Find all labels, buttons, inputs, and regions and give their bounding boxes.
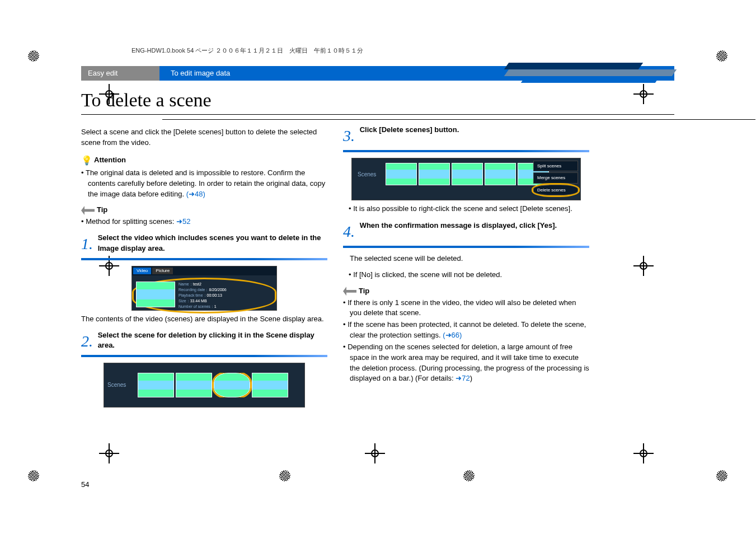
tip-body: Method for splitting scenes: ➜52 (81, 217, 327, 227)
page-number: 54 (81, 480, 89, 489)
step-text: Select the scene for deletion by clickin… (98, 330, 322, 352)
print-mark (28, 470, 39, 481)
step-number: 3. (343, 125, 358, 148)
step3-note: It is also possible to right-click the s… (343, 204, 589, 214)
divider (162, 119, 755, 120)
intro-text: Select a scene and click the [Delete sce… (81, 127, 327, 148)
tip2-item3: Depending on the scenes selected for del… (343, 342, 589, 384)
step-text: When the confirmation message is display… (360, 221, 584, 231)
book-metadata: ENG-HDW1.0.book 54 ページ ２００６年１１月２１日 火曜日 午… (81, 46, 674, 55)
video-info: Name：test2 Recording date：8/20/2006 Play… (179, 282, 273, 310)
step-number: 2. (81, 330, 96, 353)
category-label: Easy edit (81, 66, 159, 81)
step-text: Select the video which includes scenes y… (98, 233, 322, 254)
step-text: Click [Delete scenes] button. (360, 125, 584, 135)
scene-thumb (485, 163, 516, 185)
tip2-item2: If the scene has been protected, it cann… (343, 320, 589, 341)
video-thumbnail (136, 282, 175, 307)
section-header: To edit image data Easy edit (81, 66, 674, 81)
tab-video: Video (133, 268, 151, 274)
tip-heading: Tip (81, 205, 327, 216)
bulb-icon: 💡 (81, 156, 92, 165)
scene-thumb (176, 373, 212, 397)
step-rule (81, 355, 327, 357)
scene-thumb (452, 163, 483, 185)
page-title: To delete a scene (81, 90, 674, 115)
split-scenes-button: Split scenes (533, 161, 578, 172)
attention-body: The original data is deleted and is impo… (81, 168, 327, 200)
step4-note: If [No] is clicked, the scene will not b… (343, 270, 589, 280)
link-66[interactable]: (➜66) (443, 331, 462, 339)
print-mark (716, 50, 727, 62)
scene-thumb-selected (214, 373, 250, 397)
tab-picture: Picture (152, 268, 173, 274)
tip-icon (81, 206, 95, 215)
scene-thumb (252, 373, 288, 397)
step-3: 3. Click [Delete scenes] button. (343, 125, 589, 152)
step-2: 2. Select the scene for deletion by clic… (81, 330, 327, 358)
link-52[interactable]: ➜52 (176, 217, 190, 226)
step-rule (343, 246, 589, 248)
delete-scenes-button: Delete scenes (533, 185, 578, 196)
step4-result: The selected scene will be deleted. (343, 254, 589, 264)
scenes-label: Scenes (358, 171, 376, 179)
merge-scenes-button: Merge scenes (533, 172, 578, 184)
link-72[interactable]: ➜72 (456, 374, 469, 382)
tip2-item1: If there is only 1 scene in the video, t… (343, 298, 589, 319)
scenes-label: Scenes (107, 381, 135, 390)
step1-caption: The contents of the video (scenes) are d… (81, 314, 327, 325)
figure-scene-select: Scenes (104, 363, 305, 407)
step-rule (343, 150, 589, 152)
header-decoration (495, 56, 674, 90)
step-rule (81, 258, 327, 260)
print-mark (28, 50, 39, 62)
attention-heading: 💡Attention (81, 154, 327, 167)
step-4: 4. When the confirmation message is disp… (343, 221, 589, 248)
scene-thumb (419, 163, 450, 185)
tip-icon (343, 287, 356, 296)
tip-heading: Tip (343, 286, 589, 297)
figure-video-list: VideoPicture Name：test2 Recording date：8… (132, 266, 277, 311)
step-number: 4. (343, 221, 358, 243)
scene-thumb (138, 373, 174, 397)
figure-delete-button: Scenes Split scenes Merge scenes Delete … (351, 158, 581, 200)
step-1: 1. Select the video which includes scene… (81, 233, 327, 260)
scene-thumb (386, 163, 417, 185)
step-number: 1. (81, 233, 96, 256)
link-48[interactable]: (➜48) (186, 190, 205, 198)
print-mark (716, 470, 727, 481)
